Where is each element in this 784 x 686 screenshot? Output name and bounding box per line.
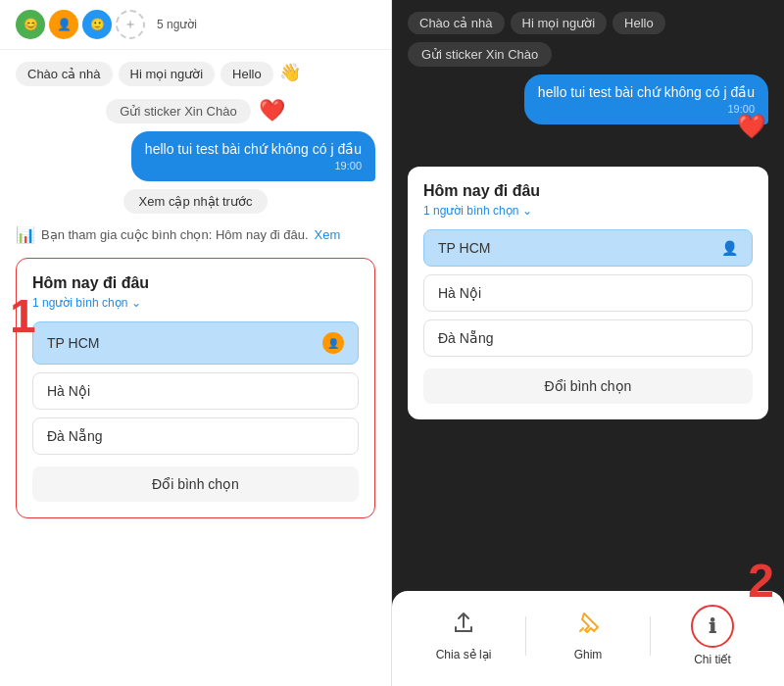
- sticker-message: Gửi sticker Xin Chào ❤️: [16, 98, 375, 123]
- action-detail[interactable]: ℹ Chi tiết: [651, 605, 774, 666]
- quick-reply-1[interactable]: Hi mọi người: [119, 62, 216, 86]
- poll-notification-text: Bạn tham gia cuộc bình chọn: Hôm nay đi …: [41, 227, 309, 242]
- avatar-3: 🙂: [82, 10, 112, 39]
- left-panel: 😊 👤 🙂 ＋ 5 người Chào cả nhà Hi mọi người…: [0, 0, 392, 686]
- right-quick-reply-2: Hello: [612, 12, 665, 34]
- right-bubble: hello tui test bài chứ không có j đầu 19…: [524, 74, 768, 124]
- right-poll-title: Hôm nay đi đâu: [423, 182, 753, 200]
- group-label: 5 người: [157, 18, 197, 31]
- right-bubble-time: 19:00: [538, 103, 755, 115]
- action-pin[interactable]: Ghim: [526, 610, 650, 662]
- right-quick-reply-0: Chào cả nhà: [408, 12, 505, 34]
- right-panel: Chào cả nhà Hi mọi người Hello Gửi stick…: [392, 0, 784, 686]
- right-heart-icon: ❤️: [737, 113, 766, 140]
- share-label: Chia sẻ lại: [436, 648, 492, 662]
- pin-label: Ghim: [574, 648, 603, 662]
- right-poll-subtitle-text: 1 người bình chọn: [423, 204, 518, 218]
- poll-option-1-text: Hà Nội: [47, 383, 90, 399]
- right-poll-option-2[interactable]: Đà Nẵng: [423, 319, 753, 357]
- right-poll-option-0[interactable]: TP HCM 👤: [423, 229, 753, 267]
- heart-icon: ❤️: [259, 98, 285, 123]
- right-sticker-text: Gửi sticker Xin Chào: [408, 42, 552, 67]
- number-badge-2: 2: [748, 554, 774, 608]
- right-poll-chevron-icon: ⌄: [522, 204, 532, 218]
- share-icon: [450, 610, 477, 643]
- avatar-1: 😊: [16, 10, 45, 39]
- poll-subtitle: 1 người bình chọn ⌄: [32, 296, 359, 310]
- right-bubble: hello tui test bài chứ không có j đầu 19…: [131, 131, 375, 181]
- right-voter-avatar: 👤: [721, 240, 738, 256]
- sticker-text: Gửi sticker Xin Chào: [106, 99, 250, 123]
- action-share[interactable]: Chia sẻ lại: [402, 610, 525, 662]
- detail-label: Chi tiết: [694, 653, 731, 666]
- action-bar: Chia sẻ lại Ghim ℹ Chi tiết: [392, 591, 784, 686]
- bubble-text: hello tui test bài chứ không có j đầu: [145, 141, 362, 157]
- right-poll-option-2-text: Đà Nẵng: [438, 330, 493, 346]
- poll-icon: 📊: [16, 225, 35, 244]
- avatar-2: 👤: [49, 10, 78, 39]
- poll-subtitle-text: 1 người bình chọn: [32, 296, 127, 310]
- add-member-icon[interactable]: ＋: [116, 10, 145, 39]
- right-quick-replies: Chào cả nhà Hi mọi người Hello: [408, 12, 768, 34]
- bubble-time: 19:00: [145, 160, 362, 172]
- wave-emoji: 👋: [279, 62, 301, 86]
- chat-header: 😊 👤 🙂 ＋ 5 người: [0, 0, 391, 50]
- right-bubble-text: hello tui test bài chứ không có j đầu: [538, 84, 755, 100]
- detail-icon: ℹ: [709, 614, 716, 638]
- poll-option-2-text: Đà Nẵng: [47, 428, 102, 444]
- poll-notification: 📊 Bạn tham gia cuộc bình chọn: Hôm nay đ…: [16, 221, 375, 248]
- voter-avatar: 👤: [322, 332, 344, 354]
- quick-reply-2[interactable]: Hello: [220, 62, 273, 86]
- update-button[interactable]: Xem cập nhật trước: [123, 189, 269, 214]
- see-link[interactable]: Xem: [315, 227, 341, 242]
- right-poll-option-1-text: Hà Nội: [438, 285, 481, 301]
- poll-option-0[interactable]: TP HCM 👤: [32, 321, 359, 365]
- right-poll-subtitle: 1 người bình chọn ⌄: [423, 204, 753, 218]
- poll-chevron-icon: ⌄: [131, 296, 141, 310]
- chat-messages: Chào cả nhà Hi mọi người Hello 👋 Gửi sti…: [0, 50, 391, 686]
- right-poll-change-button[interactable]: Đổi bình chọn: [423, 368, 753, 404]
- right-quick-reply-1: Hi mọi người: [511, 12, 608, 34]
- poll-option-0-text: TP HCM: [47, 335, 99, 351]
- right-poll-option-1[interactable]: Hà Nội: [423, 274, 753, 312]
- avatar-group: 😊 👤 🙂 ＋: [16, 10, 145, 39]
- detail-icon-wrapper: ℹ: [691, 605, 734, 648]
- poll-change-button[interactable]: Đổi bình chọn: [32, 466, 359, 502]
- pin-icon: [574, 610, 602, 643]
- poll-option-2[interactable]: Đà Nẵng: [32, 417, 359, 455]
- quick-reply-0[interactable]: Chào cả nhà: [16, 62, 113, 86]
- right-overlay: Hôm nay đi đâu 1 người bình chọn ⌄ TP HC…: [408, 167, 768, 588]
- number-badge-1: 1: [10, 289, 36, 343]
- poll-card: Hôm nay đi đâu 1 người bình chọn ⌄ TP HC…: [16, 258, 375, 518]
- quick-replies: Chào cả nhà Hi mọi người Hello 👋: [16, 62, 375, 86]
- poll-option-1[interactable]: Hà Nội: [32, 372, 359, 410]
- right-poll-card: Hôm nay đi đâu 1 người bình chọn ⌄ TP HC…: [408, 167, 768, 419]
- poll-title: Hôm nay đi đâu: [32, 274, 359, 292]
- right-poll-option-0-text: TP HCM: [438, 240, 490, 256]
